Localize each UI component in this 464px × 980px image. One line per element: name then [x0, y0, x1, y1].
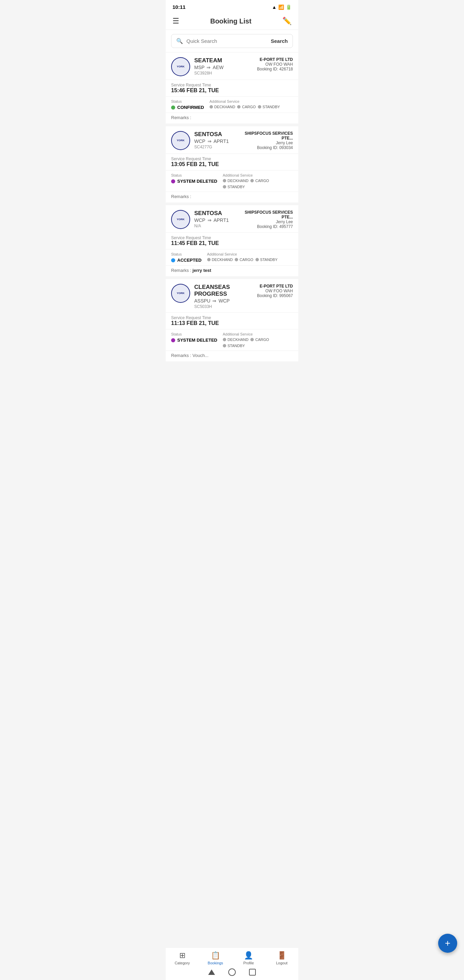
chip-dot [223, 179, 226, 182]
status-badge: CONFIRMED [171, 105, 204, 110]
nav-item-category[interactable]: ⊞ Category [166, 948, 199, 968]
vessel-name: CLEANSEAS PROGRESS [194, 284, 253, 298]
nav-item-bookings[interactable]: 📋 Bookings [199, 948, 232, 968]
category-nav-icon: ⊞ [179, 951, 185, 960]
status-text: ACCEPTED [177, 258, 202, 263]
bottom-nav: ⊞ Category 📋 Bookings 👤 Profile 🚪 Logout [166, 947, 298, 968]
vessel-name: SENTOSA [194, 210, 229, 217]
remarks-prefix: Remarks : [171, 194, 191, 199]
voucher-note: Vouch... [192, 353, 208, 358]
home-button[interactable] [227, 967, 237, 977]
route-arrow: ⇒ [212, 298, 216, 304]
service-label: DECKHAND [214, 105, 235, 109]
category-nav-label: Category [175, 961, 190, 965]
chip-dot [210, 105, 213, 108]
service-chip: CARGO [250, 337, 269, 342]
booking-card[interactable]: YORK CLEANSEAS PROGRESS ASSPU ⇒ WCP SC50… [166, 279, 298, 361]
booking-info: SHIPSFOCUS SERVICES PTE... Jerry Lee Boo… [233, 210, 293, 229]
service-label: CARGO [240, 258, 253, 262]
status-col: Status CONFIRMED [171, 99, 204, 110]
vessel-id: SC3928H [194, 71, 253, 76]
logo-text: YORK [176, 139, 184, 142]
booking-card[interactable]: YORK SENTOSA WCP ⇒ APRT1 N/A SHIPSFOCUS … [166, 205, 298, 276]
vessel-route: MSP ⇒ AEW [194, 65, 253, 70]
vessel-logo-inner: YORK [172, 211, 189, 228]
service-label: DECKHAND [212, 258, 233, 262]
chip-dot [250, 179, 254, 182]
service-chip: DECKHAND [223, 179, 249, 183]
service-req-time: 15:46 FEB 21, TUE [171, 88, 293, 94]
vessel-logo: YORK [171, 131, 190, 150]
nav-item-profile[interactable]: 👤 Profile [232, 948, 265, 968]
card-time-section: Service Request Time 15:46 FEB 21, TUE [166, 80, 298, 97]
additional-services: DECKHAND CARGO STANDBY [210, 105, 293, 109]
route-arrow: ⇒ [207, 65, 211, 70]
remarks-prefix: Remarks : [171, 268, 191, 273]
route-to: WCP [218, 298, 230, 304]
card-remarks: Remarks : [166, 192, 298, 202]
vessel-info: SENTOSA WCP ⇒ APRT1 SC4277G [194, 131, 229, 150]
vessel-logo: YORK [171, 57, 190, 76]
booking-card[interactable]: YORK SEATEAM MSP ⇒ AEW SC3928H E-PORT PT… [166, 52, 298, 124]
card-remarks: Remarks : [166, 113, 298, 124]
status-time: 10:11 [172, 4, 185, 10]
additional-label: Additional Service [210, 99, 293, 103]
service-label: STANDBY [227, 344, 245, 348]
booking-info: E-PORT PTE LTD OW FOO WAH Booking ID: 99… [257, 284, 293, 298]
additional-services: DECKHAND CARGO STANDBY [207, 258, 293, 262]
chip-dot [223, 185, 226, 189]
route-to: APRT1 [214, 138, 229, 144]
contact-name: OW FOO WAH [257, 62, 293, 67]
header: ☰ Booking List ✏️ [166, 13, 298, 30]
booking-info: SHIPSFOCUS SERVICES PTE... Jerry Lee Boo… [233, 131, 293, 150]
additional-services: DECKHAND CARGO STANDBY [223, 179, 293, 189]
menu-button[interactable]: ☰ [172, 17, 179, 25]
search-button[interactable]: Search [268, 38, 288, 44]
company-name: E-PORT PTE LTD [257, 57, 293, 62]
chip-dot [250, 338, 254, 341]
vessel-id: N/A [194, 224, 229, 228]
recent-button[interactable] [247, 967, 257, 977]
card-time-section: Service Request Time 11:13 FEB 21, TUE [166, 313, 298, 329]
booking-info: E-PORT PTE LTD OW FOO WAH Booking ID: 42… [257, 57, 293, 72]
route-to: AEW [213, 65, 224, 70]
service-req-label: Service Request Time [171, 156, 293, 161]
chip-dot [207, 258, 211, 261]
additional-services: DECKHAND CARGO STANDBY [223, 337, 293, 348]
logo-text: YORK [176, 65, 184, 68]
service-label: STANDBY [260, 258, 278, 262]
logout-nav-icon: 🚪 [277, 951, 286, 960]
status-dot [171, 179, 175, 183]
home-bar [166, 966, 298, 980]
status-bar: 10:11 ▲ 📶 🔋 [166, 0, 298, 13]
additional-label: Additional Service [223, 332, 293, 336]
service-req-time: 11:45 FEB 21, TUE [171, 240, 293, 247]
page-title: Booking List [210, 18, 251, 25]
service-req-label: Service Request Time [171, 235, 293, 240]
nav-item-logout[interactable]: 🚪 Logout [265, 948, 299, 968]
back-button[interactable] [207, 967, 217, 977]
status-badge: ACCEPTED [171, 258, 202, 263]
service-chip: DECKHAND [207, 258, 233, 262]
logout-nav-label: Logout [276, 961, 288, 965]
edit-button[interactable]: ✏️ [282, 17, 292, 25]
card-remarks: Remarks : jerry test [166, 266, 298, 276]
vessel-name: SENTOSA [194, 131, 229, 138]
status-text: SYSTEM DELETED [177, 337, 218, 343]
vessel-logo-inner: YORK [172, 132, 189, 150]
company-name: SHIPSFOCUS SERVICES PTE... [233, 210, 293, 220]
logo-text: YORK [176, 218, 184, 221]
additional-col: Additional Service DECKHAND CARGO STANDB… [223, 173, 293, 189]
booking-card[interactable]: YORK SENTOSA WCP ⇒ APRT1 SC4277G SHIPSFO… [166, 126, 298, 202]
status-text: SYSTEM DELETED [177, 179, 218, 184]
chip-dot [223, 338, 226, 341]
status-col: Status SYSTEM DELETED [171, 332, 218, 348]
route-from: WCP [194, 138, 205, 144]
search-input[interactable] [186, 38, 265, 44]
service-chip: CARGO [235, 258, 253, 262]
service-label: DECKHAND [227, 179, 249, 183]
status-dot [171, 258, 175, 262]
card-remarks: Remarks : Vouch... [166, 351, 298, 361]
status-label: Status [171, 99, 204, 103]
logo-text: YORK [176, 292, 184, 295]
